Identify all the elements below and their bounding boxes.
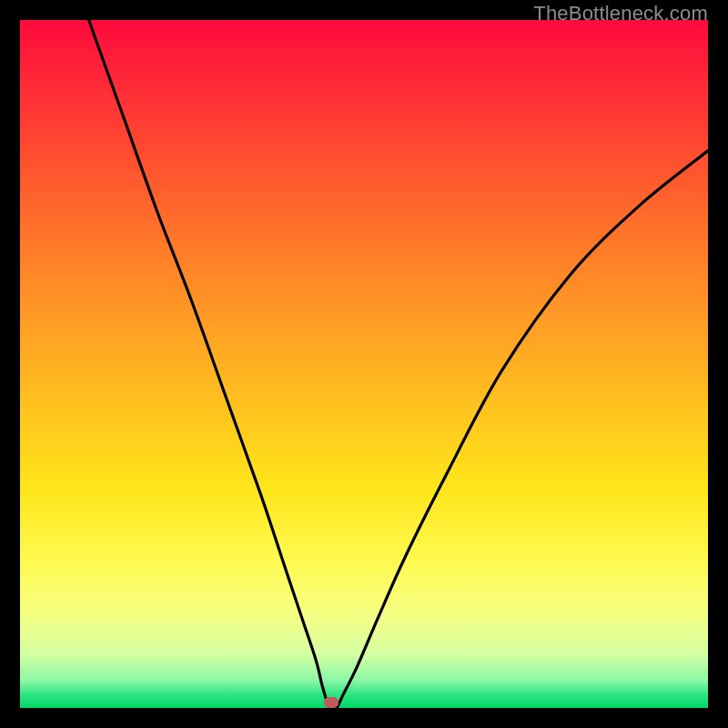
- curve-path: [89, 20, 708, 708]
- min-point-marker: [324, 697, 339, 708]
- chart-frame: TheBottleneck.com: [0, 0, 728, 728]
- bottleneck-curve: [20, 20, 708, 708]
- plot-area: [20, 20, 708, 708]
